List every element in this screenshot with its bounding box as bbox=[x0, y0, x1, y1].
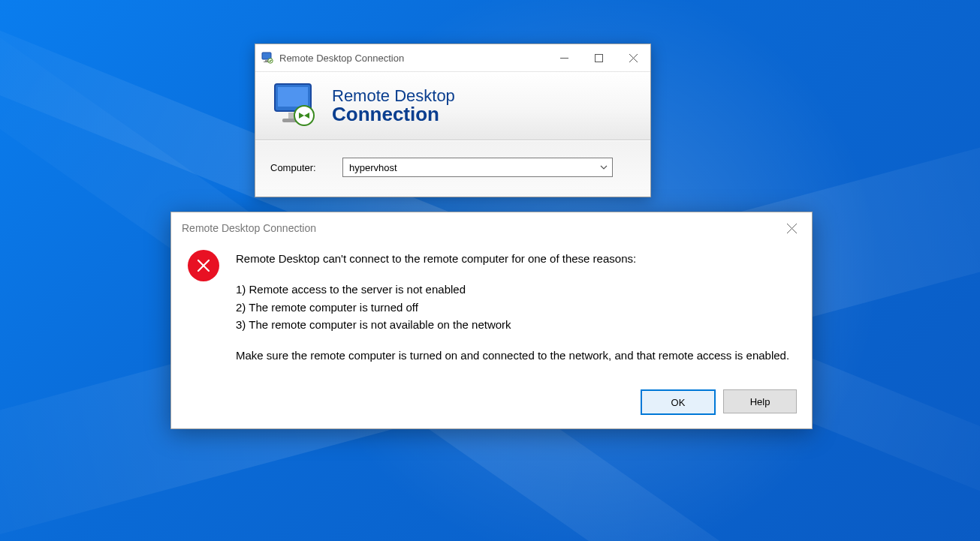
rdc-banner: Remote Desktop Connection bbox=[255, 72, 650, 140]
computer-combobox[interactable]: hypervhost bbox=[342, 158, 613, 177]
ok-button[interactable]: OK bbox=[641, 389, 716, 415]
rdc-titlebar[interactable]: Remote Desktop Connection bbox=[255, 44, 650, 72]
rdc-form: Computer: hypervhost bbox=[255, 140, 650, 197]
error-reason-3: 3) The remote computer is not available … bbox=[236, 318, 511, 331]
desktop-wallpaper: Remote Desktop Connection bbox=[0, 0, 980, 541]
error-footer: Make sure the remote computer is turned … bbox=[236, 347, 789, 364]
rdc-window: Remote Desktop Connection bbox=[255, 44, 651, 197]
rdc-banner-line2: Connection bbox=[332, 104, 455, 125]
svg-rect-9 bbox=[278, 87, 308, 107]
rdc-app-icon bbox=[261, 52, 273, 64]
error-heading: Remote Desktop can't connect to the remo… bbox=[236, 250, 789, 267]
error-dialog: Remote Desktop Connection Remote Desktop… bbox=[170, 212, 813, 429]
rdc-banner-line1: Remote Desktop bbox=[332, 87, 455, 104]
minimize-button[interactable] bbox=[547, 44, 581, 71]
error-close-button[interactable] bbox=[774, 212, 809, 244]
error-message: Remote Desktop can't connect to the remo… bbox=[236, 250, 789, 368]
error-title: Remote Desktop Connection bbox=[182, 222, 774, 234]
rdc-banner-icon bbox=[269, 80, 321, 132]
maximize-button[interactable] bbox=[581, 44, 616, 71]
error-titlebar[interactable]: Remote Desktop Connection bbox=[171, 212, 812, 244]
computer-value: hypervhost bbox=[349, 162, 397, 173]
close-button[interactable] bbox=[616, 44, 650, 71]
error-reason-2: 2) The remote computer is turned off bbox=[236, 301, 418, 314]
error-reason-1: 1) Remote access to the server is not en… bbox=[236, 283, 466, 296]
chevron-down-icon bbox=[600, 162, 608, 173]
rdc-title: Remote Desktop Connection bbox=[279, 53, 547, 64]
help-button[interactable]: Help bbox=[723, 389, 797, 413]
computer-label: Computer: bbox=[270, 162, 342, 173]
svg-rect-5 bbox=[595, 54, 602, 62]
error-icon bbox=[188, 250, 219, 281]
